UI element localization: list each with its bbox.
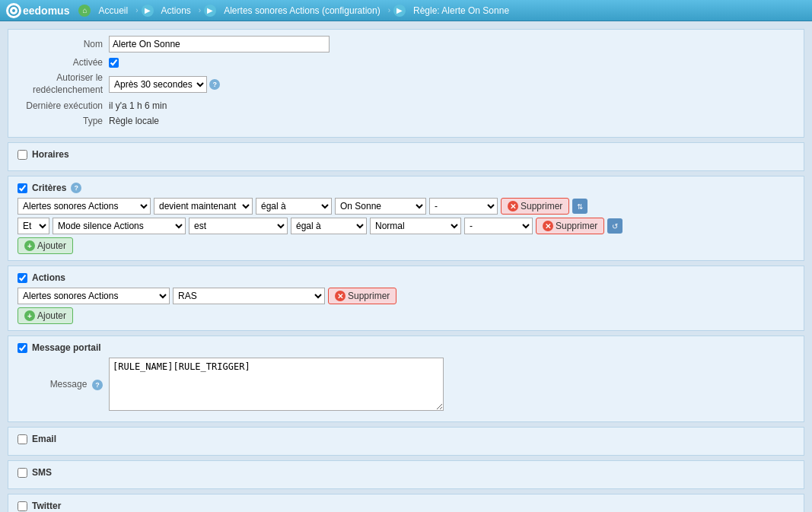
message-label: Message ?	[18, 379, 109, 390]
criteria-2-refresh-icon[interactable]: ↺	[607, 218, 623, 234]
nom-label: Nom	[18, 39, 109, 49]
email-label: Email	[32, 434, 56, 444]
activee-checkbox[interactable]	[109, 58, 119, 68]
criteres-section: Critères ? Alertes sonores Actions devie…	[8, 176, 804, 261]
message-header: Message portail	[18, 342, 794, 353]
twitter-header: Twitter	[18, 501, 794, 511]
general-section: Nom Activée Autoriser le redéclenchement…	[8, 29, 804, 138]
autoriser-label: Autoriser le redéclenchement	[18, 72, 109, 96]
actions-label: Actions	[32, 272, 65, 283]
criteria-2-col4[interactable]: Normal	[370, 218, 461, 234]
actions-ajouter-row: + Ajouter	[18, 307, 794, 324]
message-portail-section: Message portail Message ? [RULE_NAME][RU…	[8, 336, 804, 422]
actions-row: Alertes sonores Actions RAS ✕ Supprimer	[18, 288, 794, 304]
nom-input[interactable]	[109, 36, 330, 52]
actions-checkbox[interactable]	[18, 273, 27, 283]
autoriser-info-icon: ?	[209, 79, 220, 90]
derniere-value: il y'a 1 h 6 min	[109, 100, 167, 111]
nav-rule[interactable]: Règle: Alerte On Sonne	[409, 4, 514, 17]
horaires-label: Horaires	[32, 149, 69, 160]
message-checkbox[interactable]	[18, 343, 27, 353]
criteres-ajouter-btn[interactable]: + Ajouter	[18, 237, 73, 254]
logo-icon	[6, 3, 21, 18]
message-row: Message ? [RULE_NAME][RULE_TRIGGER]	[18, 358, 794, 411]
actions-col1[interactable]: Alertes sonores Actions	[18, 288, 170, 304]
criteria-2-col5[interactable]: -	[464, 218, 533, 234]
actions-col2[interactable]: RAS	[173, 288, 325, 304]
criteria-2-et[interactable]: Et Ou	[18, 218, 49, 234]
logo: eedomus	[6, 3, 69, 18]
supprimer-actions-icon: ✕	[335, 291, 345, 301]
criteria-1-col1[interactable]: Alertes sonores Actions	[18, 198, 151, 215]
criteres-header: Critères ?	[18, 183, 794, 193]
activee-label: Activée	[18, 57, 109, 68]
criteria-row-2: Et Ou Mode silence Actions est égal à No…	[18, 218, 794, 234]
twitter-checkbox[interactable]	[18, 501, 27, 511]
criteria-2-supprimer-btn[interactable]: ✕ Supprimer	[536, 218, 604, 234]
nav-accueil[interactable]: Accueil	[94, 4, 132, 17]
criteres-info-icon: ?	[71, 183, 81, 193]
ajouter-criteres-icon: +	[24, 240, 35, 251]
criteria-row-1: Alertes sonores Actions devient maintena…	[18, 198, 794, 215]
email-header: Email	[18, 434, 794, 444]
sms-section: SMS	[8, 460, 804, 489]
horaires-section: Horaires	[8, 142, 804, 171]
type-value: Règle locale	[109, 116, 159, 126]
nom-row: Nom	[18, 36, 794, 52]
sms-label: SMS	[32, 467, 52, 478]
logo-text: eedomus	[23, 5, 69, 17]
sms-checkbox[interactable]	[18, 468, 27, 478]
horaires-header: Horaires	[18, 149, 794, 160]
criteres-label: Critères	[32, 183, 66, 193]
actions-ajouter-btn[interactable]: + Ajouter	[18, 307, 73, 324]
supprimer-1-icon: ✕	[508, 201, 518, 211]
derniere-label: Dernière exécution	[18, 100, 109, 111]
criteria-2-col1[interactable]: Mode silence Actions	[53, 218, 186, 234]
twitter-label: Twitter	[32, 501, 61, 511]
ajouter-actions-icon: +	[24, 310, 35, 321]
criteria-1-col5[interactable]: -	[429, 198, 498, 215]
criteria-2-col3[interactable]: égal à	[291, 218, 367, 234]
message-info-icon: ?	[92, 380, 103, 390]
message-portail-label: Message portail	[32, 342, 101, 353]
criteria-2-col2[interactable]: est	[189, 218, 288, 234]
nav-config[interactable]: Alertes sonores Actions (configuration)	[219, 4, 384, 17]
horaires-checkbox[interactable]	[18, 150, 27, 160]
supprimer-2-icon: ✕	[543, 221, 553, 231]
autoriser-select[interactable]: Après 30 secondes Jamais Après 1 minute …	[109, 76, 207, 93]
message-textarea[interactable]: [RULE_NAME][RULE_TRIGGER]	[109, 358, 444, 411]
nav-actions[interactable]: Actions	[157, 4, 196, 17]
criteria-1-col2[interactable]: devient maintenant	[154, 198, 253, 215]
actions-header: Actions	[18, 272, 794, 283]
actions-supprimer-btn[interactable]: ✕ Supprimer	[328, 288, 396, 304]
criteria-1-col3[interactable]: égal à	[256, 198, 332, 215]
criteres-ajouter-row: + Ajouter	[18, 237, 794, 254]
topbar: eedomus ⌂ Accueil › ▶ Actions › ▶ Alerte…	[0, 0, 812, 21]
email-section: Email	[8, 427, 804, 456]
criteria-1-move-icon[interactable]: ⇅	[572, 199, 588, 214]
sms-header: SMS	[18, 467, 794, 478]
type-row: Type Règle locale	[18, 116, 794, 126]
email-checkbox[interactable]	[18, 434, 27, 444]
criteria-1-supprimer-btn[interactable]: ✕ Supprimer	[501, 198, 569, 215]
actions-section: Actions Alertes sonores Actions RAS ✕ Su…	[8, 266, 804, 331]
derniere-row: Dernière exécution il y'a 1 h 6 min	[18, 100, 794, 111]
activee-row: Activée	[18, 57, 794, 68]
twitter-section: Twitter	[8, 494, 804, 512]
criteres-checkbox[interactable]	[18, 183, 27, 193]
main-content: Nom Activée Autoriser le redéclenchement…	[0, 21, 812, 512]
type-label: Type	[18, 116, 109, 126]
alert-icon: ▶	[204, 5, 216, 17]
action-icon: ▶	[142, 5, 154, 17]
svg-point-1	[12, 9, 15, 12]
autoriser-row: Autoriser le redéclenchement Après 30 se…	[18, 72, 794, 96]
home-icon: ⌂	[78, 5, 91, 17]
rule-icon: ▶	[393, 5, 406, 17]
criteria-1-col4[interactable]: On Sonne	[335, 198, 426, 215]
